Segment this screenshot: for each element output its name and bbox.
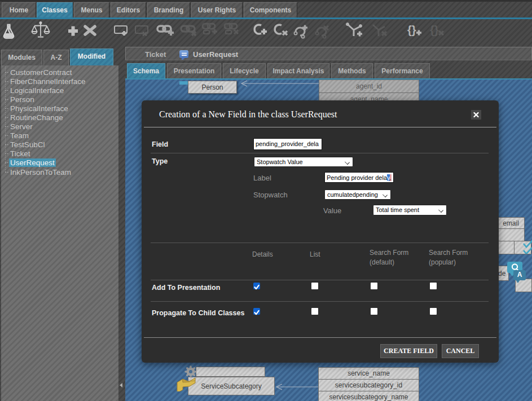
svg-text:{}: {} [430, 24, 439, 36]
svg-text:{}: {} [407, 24, 416, 36]
